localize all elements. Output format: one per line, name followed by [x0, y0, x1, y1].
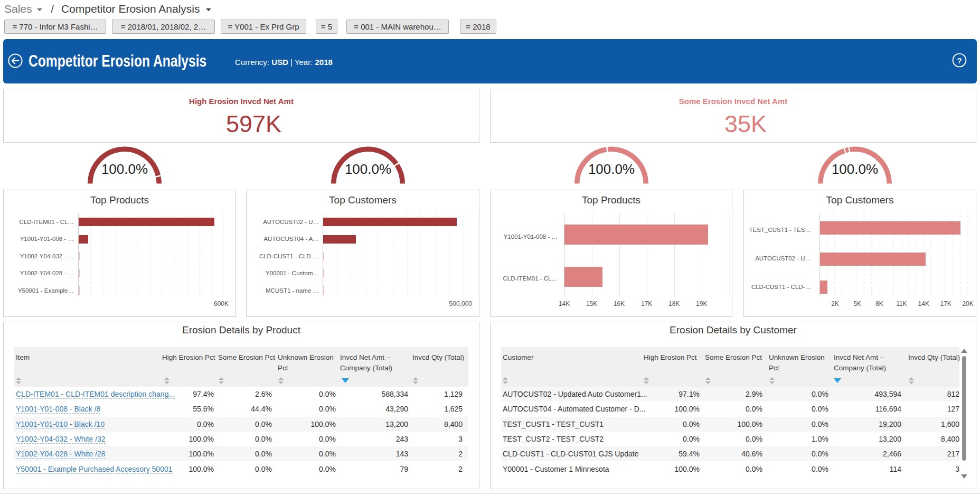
- svg-text:100.0%: 100.0%: [832, 161, 878, 177]
- svg-text:100.0%: 100.0%: [345, 161, 391, 177]
- svg-text:100.0%: 100.0%: [588, 161, 635, 177]
- svg-text:100.0%: 100.0%: [101, 161, 148, 177]
